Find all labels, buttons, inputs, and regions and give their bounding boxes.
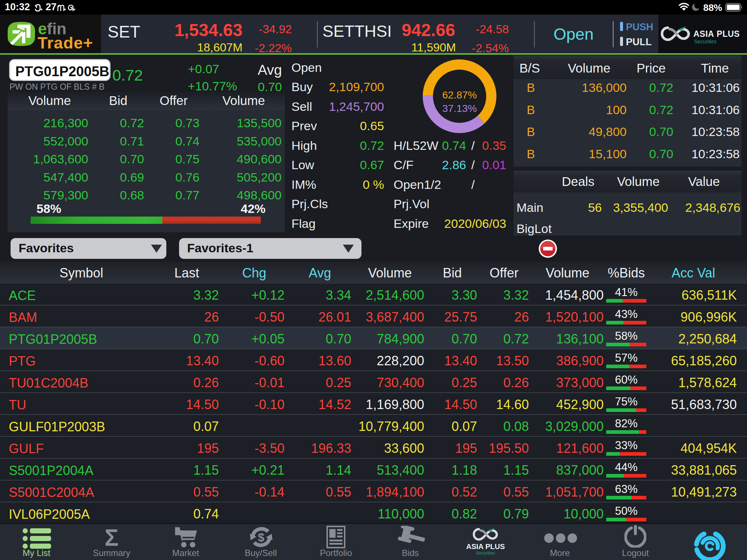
svg-text:$: $: [258, 531, 264, 544]
